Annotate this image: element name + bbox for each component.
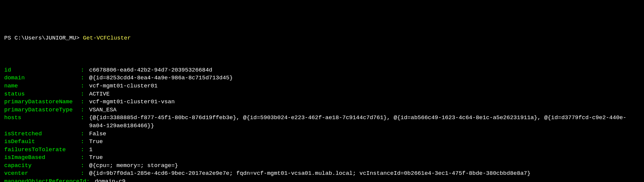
property-separator: : <box>81 66 89 74</box>
property-key: primaryDatastoreType <box>4 106 81 114</box>
property-value: False <box>89 130 640 138</box>
property-separator: : <box>81 162 89 170</box>
property-value: c6678806-ea6d-42b2-94d7-20395326684d <box>89 66 640 74</box>
property-separator: : <box>81 106 89 114</box>
property-row: primaryDatastoreName: vcf-mgmt01-cluster… <box>4 98 640 106</box>
property-separator: : <box>81 146 89 154</box>
property-row: primaryDatastoreType: VSAN_ESA <box>4 106 640 114</box>
property-row: isDefault: True <box>4 138 640 146</box>
property-row: capacity: @{cpu=; memory=; storage=} <box>4 162 640 170</box>
property-row: status: ACTIVE <box>4 90 640 98</box>
property-separator: : <box>81 98 89 106</box>
property-row: managedObjectReferenceId: domain-c9 <box>4 178 640 182</box>
property-row: vcenter: @{id=9b7f0da1-285e-4cd6-9bec-20… <box>4 169 640 178</box>
property-value: VSAN_ESA <box>89 106 640 114</box>
property-row: failuresToTolerate: 1 <box>4 146 640 154</box>
property-key: id <box>4 66 81 74</box>
ps-prompt-prefix: PS C:\Users\JUNIOR_MU> <box>4 35 83 41</box>
property-key: isImageBased <box>4 154 81 162</box>
property-row: isStretched: False <box>4 130 640 138</box>
property-key: managedObjectReferenceId <box>4 178 86 182</box>
property-value: {@{id=3388885d-f877-45f1-80bc-876d19ffeb… <box>89 114 640 130</box>
prompt-line-1[interactable]: PS C:\Users\JUNIOR_MU> Get-VCFCluster <box>4 34 640 42</box>
property-row: domain: @{id=8253cdd4-8ea4-4a9e-986a-8c7… <box>4 74 640 82</box>
property-key: vcenter <box>4 169 81 178</box>
property-key: hosts <box>4 114 81 130</box>
property-separator: : <box>81 114 89 130</box>
property-key: status <box>4 90 81 98</box>
property-row: isImageBased: True <box>4 154 640 162</box>
property-value: @{cpu=; memory=; storage=} <box>89 162 640 170</box>
property-row: name: vcf-mgmt01-cluster01 <box>4 82 640 90</box>
property-separator: : <box>81 138 89 146</box>
property-key: capacity <box>4 162 81 170</box>
property-value: domain-c9 <box>95 178 640 182</box>
property-separator: : <box>81 82 89 90</box>
property-key: isStretched <box>4 130 81 138</box>
property-value: True <box>89 138 640 146</box>
property-separator: : <box>81 90 89 98</box>
property-key: primaryDatastoreName <box>4 98 81 106</box>
property-value: True <box>89 154 640 162</box>
property-key: name <box>4 82 81 90</box>
property-value: @{id=8253cdd4-8ea4-4a9e-986a-8c715d713d4… <box>89 74 640 82</box>
property-key: isDefault <box>4 138 81 146</box>
property-value: vcf-mgmt01-cluster01 <box>89 82 640 90</box>
property-separator: : <box>81 130 89 138</box>
entered-command: Get-VCFCluster <box>83 35 131 41</box>
property-key: domain <box>4 74 81 82</box>
property-row: hosts: {@{id=3388885d-f877-45f1-80bc-876… <box>4 114 640 130</box>
property-separator: : <box>81 169 89 178</box>
property-value: @{id=9b7f0da1-285e-4cd6-9bec-2017ea2e9e7… <box>89 169 640 178</box>
property-separator: : <box>86 178 95 182</box>
property-row: id: c6678806-ea6d-42b2-94d7-20395326684d <box>4 66 640 74</box>
property-value: vcf-mgmt01-cluster01-vsan <box>89 98 640 106</box>
property-value: 1 <box>89 146 640 154</box>
property-key: failuresToTolerate <box>4 146 81 154</box>
property-value: ACTIVE <box>89 90 640 98</box>
blank-line <box>4 50 640 58</box>
property-separator: : <box>81 154 89 162</box>
property-separator: : <box>81 74 89 82</box>
output-property-list: id: c6678806-ea6d-42b2-94d7-20395326684d… <box>4 66 640 182</box>
